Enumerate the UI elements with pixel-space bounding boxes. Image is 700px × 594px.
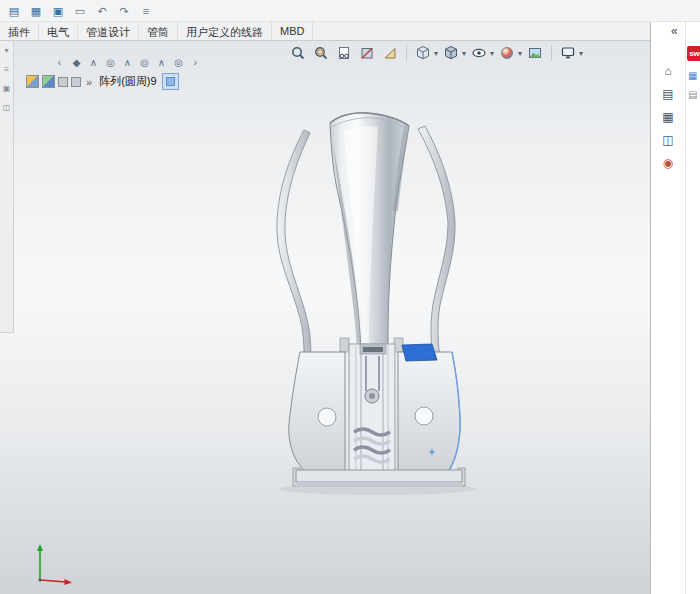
pin-icon[interactable]: ▾ xyxy=(4,46,8,56)
design-library-icon[interactable]: ▤ xyxy=(662,87,673,101)
solidworks-logo: sw xyxy=(687,46,700,61)
previous-view-icon[interactable] xyxy=(334,43,354,63)
toolbar-separator xyxy=(551,45,552,61)
zoom-fit-icon[interactable] xyxy=(288,43,308,63)
chevron-down-icon[interactable]: ▾ xyxy=(490,49,494,58)
view-palette-icon[interactable]: ◫ xyxy=(662,133,673,147)
circular-pattern-icon[interactable]: ◎ xyxy=(137,55,152,70)
zoom-area-icon[interactable] xyxy=(311,43,331,63)
profile-icon[interactable]: ∧ xyxy=(86,55,101,70)
profile-icon[interactable]: ∧ xyxy=(154,55,169,70)
pattern-feature-label[interactable]: 阵列(圆周)9 xyxy=(97,74,158,89)
circular-pattern-icon[interactable]: ◎ xyxy=(171,55,186,70)
task-pane-divider xyxy=(685,22,686,594)
coordinate-triad xyxy=(26,538,78,590)
task-pane-side-icons: ▦ ▤ xyxy=(688,70,697,100)
chevron-right-icon[interactable]: › xyxy=(188,55,203,70)
feature-icon[interactable] xyxy=(58,77,68,87)
grid-icon[interactable]: ▣ xyxy=(3,84,11,94)
save-icon[interactable]: ▣ xyxy=(50,3,66,19)
select-icon[interactable]: ◆ xyxy=(69,55,84,70)
model-3d-view xyxy=(0,41,650,594)
headsup-toolbar: ▾ ▾ ▾ ▾ ▾ xyxy=(288,43,583,63)
file-icon[interactable]: ▤ xyxy=(6,3,22,19)
view-settings-icon[interactable] xyxy=(558,43,578,63)
active-feature-icon[interactable] xyxy=(162,73,179,90)
chevron-down-icon[interactable]: ▾ xyxy=(462,49,466,58)
list-icon[interactable]: ≡ xyxy=(4,65,9,75)
assembly-icon[interactable] xyxy=(42,75,55,88)
profile-icon[interactable]: ∧ xyxy=(120,55,135,70)
redo-icon[interactable]: ↷ xyxy=(116,3,132,19)
open-icon[interactable]: ▦ xyxy=(28,3,44,19)
chevron-down-icon[interactable]: ▾ xyxy=(579,49,583,58)
view-orientation-icon[interactable] xyxy=(413,43,433,63)
chevron-down-icon[interactable]: ▾ xyxy=(434,49,438,58)
tab-mbd[interactable]: MBD xyxy=(272,22,313,40)
graphics-viewport[interactable]: ▾ ▾ ▾ ▾ ▾ ‹ ◆ ∧ xyxy=(0,41,650,594)
chevron-down-icon[interactable]: ▾ xyxy=(518,49,522,58)
solidworks-window: ▤ ▦ ▣ ▭ ↶ ↷ ≡ 插件 电气 管道设计 管筒 用户定义的线路 MBD xyxy=(0,0,700,594)
measure-icon[interactable] xyxy=(380,43,400,63)
tab-tubing[interactable]: 管筒 xyxy=(139,22,178,40)
toolbar-separator xyxy=(406,45,407,61)
tab-user-defined-routing[interactable]: 用户定义的线路 xyxy=(178,22,272,40)
appearances-icon[interactable]: ◉ xyxy=(663,156,673,170)
options-icon[interactable]: ≡ xyxy=(138,3,154,19)
collapse-task-pane-button[interactable]: « xyxy=(671,24,678,38)
titlebar: ▤ ▦ ▣ ▭ ↶ ↷ ≡ xyxy=(0,0,700,22)
expand-breadcrumb-icon[interactable]: » xyxy=(84,76,94,88)
ribbon-tab-bar: 插件 电气 管道设计 管筒 用户定义的线路 MBD xyxy=(0,22,700,41)
feature-cube-icon xyxy=(166,77,175,86)
task-pane: « sw ⌂ ▤ ▦ ◫ ◉ ▦ ▤ xyxy=(650,22,700,594)
tab-plugins[interactable]: 插件 xyxy=(0,22,39,40)
breadcrumb: » 阵列(圆周)9 xyxy=(26,73,179,90)
undo-icon[interactable]: ↶ xyxy=(94,3,110,19)
hide-show-items-icon[interactable] xyxy=(469,43,489,63)
selection-toolbar: ‹ ◆ ∧ ◎ ∧ ◎ ∧ ◎ › xyxy=(52,55,203,70)
circular-pattern-icon[interactable]: ◎ xyxy=(103,55,118,70)
apply-scene-icon[interactable] xyxy=(525,43,545,63)
task-pane-tabs: ⌂ ▤ ▦ ◫ ◉ xyxy=(651,64,685,170)
tab-electrical[interactable]: 电气 xyxy=(39,22,78,40)
print-icon[interactable]: ▭ xyxy=(72,3,88,19)
section-view-icon[interactable] xyxy=(357,43,377,63)
left-collapsed-panel[interactable]: ▾ ≡ ▣ ◫ xyxy=(0,41,14,333)
grid-icon[interactable]: ▦ xyxy=(688,70,697,81)
display-style-icon[interactable] xyxy=(441,43,461,63)
part-icon[interactable] xyxy=(26,75,39,88)
home-icon[interactable]: ⌂ xyxy=(664,64,671,78)
file-explorer-icon[interactable]: ▦ xyxy=(662,110,673,124)
pane-icon[interactable]: ◫ xyxy=(3,103,11,113)
document-icon[interactable]: ▤ xyxy=(688,89,697,100)
feature-icon[interactable] xyxy=(71,77,81,87)
tab-piping[interactable]: 管道设计 xyxy=(78,22,139,40)
edit-appearance-icon[interactable] xyxy=(497,43,517,63)
chevron-left-icon[interactable]: ‹ xyxy=(52,55,67,70)
